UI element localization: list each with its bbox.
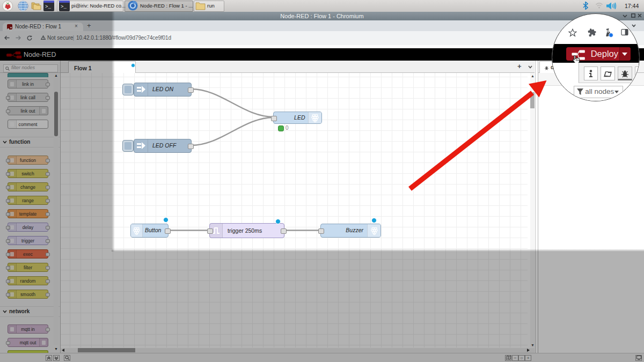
svg-text:>_: >_ bbox=[61, 4, 67, 10]
svg-text:>_: >_ bbox=[45, 4, 51, 10]
